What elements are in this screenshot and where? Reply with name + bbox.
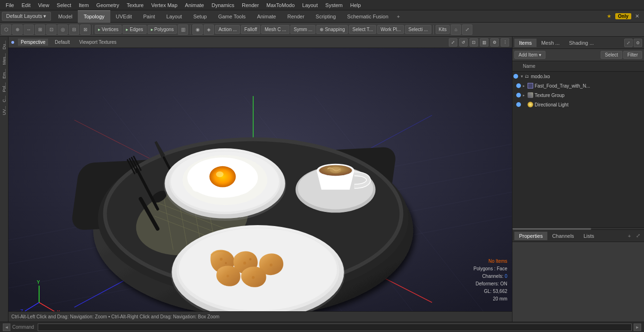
fit-viewport-button[interactable]: ⊡ — [470, 38, 478, 47]
favorite-star-icon: ★ — [607, 13, 611, 19]
symm-button[interactable]: Symm ... — [290, 25, 315, 34]
expand-icon[interactable]: ⤢ — [462, 24, 472, 35]
work-pl-button[interactable]: Work Pl... — [377, 25, 404, 34]
menu-item[interactable]: Item — [75, 1, 92, 9]
bottom-arrow-left[interactable]: ◄ — [3, 324, 10, 331]
props-tab-lists[interactable]: Lists — [579, 232, 599, 240]
items-row-root[interactable]: ▼ 🗂 modo.lxo — [512, 72, 644, 81]
shading-button[interactable]: ▥ — [480, 38, 488, 47]
menu-edit[interactable]: Edit — [18, 1, 34, 9]
sidebar-item-mes[interactable]: Mes... — [1, 51, 8, 67]
home-icon[interactable]: ⌂ — [451, 24, 461, 35]
menu-texture[interactable]: Texture — [123, 1, 148, 9]
sidebar-item-uv[interactable]: UV... — [1, 104, 8, 117]
items-tab-mesh[interactable]: Mesh ... — [537, 39, 564, 47]
items-select-button[interactable]: Select — [601, 51, 622, 59]
mirror-icon[interactable]: ⊠ — [80, 24, 91, 35]
props-tab-properties[interactable]: Properties — [514, 232, 547, 240]
default-layouts-dropdown[interactable]: Default Layouts ▾ — [2, 12, 51, 21]
sym-icon[interactable]: ⊟ — [69, 24, 79, 35]
props-tab-channels[interactable]: Channels — [547, 232, 578, 240]
menu-help[interactable]: Help — [347, 1, 365, 9]
world-space-icon[interactable]: ⊕ — [12, 24, 23, 35]
command-label: Command — [12, 324, 34, 330]
falloff-button[interactable]: Falloff — [241, 25, 260, 34]
tab-animate[interactable]: Animate — [251, 10, 281, 23]
mesh-c-button[interactable]: Mesh C ... — [261, 25, 289, 34]
select-mode-icon[interactable]: ⬡ — [1, 24, 11, 35]
items-settings-button[interactable]: ⚙ — [634, 39, 642, 47]
items-row-texture-group[interactable]: ▸ Texture Group — [512, 90, 644, 100]
menu-file[interactable]: File — [2, 1, 18, 9]
tab-model[interactable]: Model — [53, 10, 78, 23]
tab-topology[interactable]: Topology — [78, 10, 110, 23]
menu-maxtomodo[interactable]: MaxToModo — [263, 1, 298, 9]
vertices-button[interactable]: ▸ Vertices — [95, 25, 122, 34]
sidebar-item-dup[interactable]: Du... — [1, 39, 8, 51]
vis1-icon[interactable]: ◉ — [192, 24, 203, 35]
snap-icon[interactable]: ⊡ — [46, 24, 57, 35]
tab-render[interactable]: Render — [281, 10, 310, 23]
tab-layout[interactable]: Layout — [161, 10, 188, 23]
menu-render[interactable]: Render — [238, 1, 263, 9]
action-center-icon[interactable]: ⊞ — [35, 24, 45, 35]
vis2-icon[interactable]: ◈ — [204, 24, 214, 35]
menu-view[interactable]: View — [34, 1, 53, 9]
close-layout-button[interactable]: ✕ — [635, 13, 639, 19]
tab-uvedit[interactable]: UVEdit — [110, 10, 138, 23]
items-row-directional-light[interactable]: ▸ Directional Light — [512, 100, 644, 109]
maximize-viewport-button[interactable]: ⤢ — [449, 38, 457, 47]
items-filter-button[interactable]: Filter — [623, 51, 642, 59]
falloff2-icon[interactable]: ◎ — [58, 24, 68, 35]
sidebar-item-pol[interactable]: Pol... — [1, 81, 8, 94]
vp-tab-default[interactable]: Default — [52, 39, 73, 46]
expand-icon[interactable]: ▼ — [520, 74, 525, 79]
add-layout-tab-button[interactable]: + — [394, 13, 403, 20]
polygons-button[interactable]: ▸ Polygons — [148, 25, 177, 34]
add-props-tab-button[interactable]: + — [625, 232, 634, 240]
add-item-button[interactable]: Add Item ▾ — [514, 51, 545, 59]
items-tab-items[interactable]: Items — [514, 39, 537, 47]
menu-vertex-map[interactable]: Vertex Map — [148, 1, 182, 9]
viewport-menu-button[interactable]: ⋮ — [501, 38, 509, 47]
expand-props-button[interactable]: ⤢ — [634, 232, 642, 240]
snapping-button[interactable]: ⊕ Snapping — [316, 25, 348, 34]
menu-geometry[interactable]: Geometry — [92, 1, 123, 9]
tab-paint[interactable]: Paint — [138, 10, 161, 23]
tab-setup[interactable]: Setup — [188, 10, 213, 23]
sidebar-item-c[interactable]: C... — [1, 94, 8, 104]
menu-system[interactable]: System — [322, 1, 347, 9]
command-input[interactable] — [38, 324, 632, 331]
right-panel: Items Mesh ... Shading ... ⤢ ⚙ Add Item … — [512, 37, 644, 322]
expand-texture-icon[interactable]: ▸ — [523, 93, 528, 97]
tab-schematic-fusion[interactable]: Schematic Fusion — [341, 10, 394, 23]
svg-point-54 — [220, 258, 223, 260]
items-toolbar: Add Item ▾ Select Filter — [512, 49, 644, 61]
vp-tab-textures[interactable]: Viewport Textures — [76, 39, 119, 46]
menu-animate[interactable]: Animate — [181, 1, 207, 9]
toggle-icon[interactable]: ▥ — [178, 24, 188, 35]
select-t-button[interactable]: Select T... — [349, 25, 376, 34]
items-expand-button[interactable]: ⤢ — [624, 39, 633, 47]
scene-canvas[interactable]: X Y Z No Items Polygons : Face Channels:… — [8, 48, 512, 322]
menu-select[interactable]: Select — [53, 1, 75, 9]
kits-button[interactable]: Kits — [436, 25, 450, 34]
sidebar-item-em[interactable]: Em... — [1, 67, 8, 81]
settings-button[interactable]: ⚙ — [490, 38, 499, 47]
vp-tab-perspective[interactable]: Perspective — [18, 39, 48, 46]
expand-tray-icon[interactable]: ▸ — [523, 84, 528, 88]
bottom-arrow-right[interactable]: ► — [634, 324, 641, 331]
tab-game-tools[interactable]: Game Tools — [213, 10, 252, 23]
items-row-tray[interactable]: ▸ Fast_Food_Tray_with_N... — [512, 81, 644, 90]
menu-dynamics[interactable]: Dynamics — [208, 1, 238, 9]
menu-layout[interactable]: Layout — [298, 1, 322, 9]
svg-point-57 — [249, 258, 252, 260]
polygons-status: Polygons : Face — [473, 265, 507, 273]
edges-button[interactable]: ▸ Edges — [123, 25, 146, 34]
rotate-viewport-button[interactable]: ↺ — [459, 38, 468, 47]
transform-icon[interactable]: ↔ — [24, 24, 34, 35]
items-tab-shading[interactable]: Shading ... — [564, 39, 599, 47]
selecti-button[interactable]: Selecti ... — [405, 25, 431, 34]
tab-scripting[interactable]: Scripting — [310, 10, 342, 23]
action-button[interactable]: Action ... — [215, 25, 240, 34]
